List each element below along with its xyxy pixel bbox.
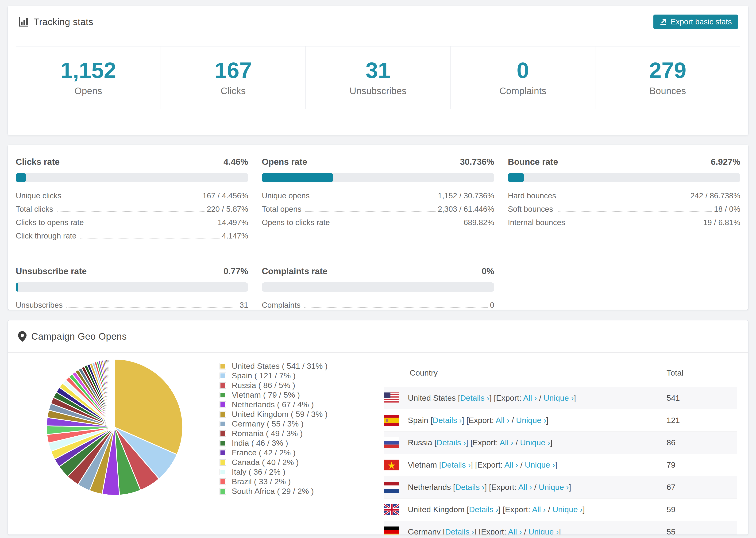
table-row: Vietnam [Details ›] [Export: All › / Uni… bbox=[384, 454, 737, 476]
geo-title: Campaign Geo Opens bbox=[31, 331, 127, 342]
page-title: Tracking stats bbox=[33, 17, 93, 27]
rate-title: Opens rate bbox=[262, 157, 307, 167]
legend-item: India ( 46 / 3% ) bbox=[220, 438, 337, 448]
legend-swatch bbox=[220, 478, 226, 485]
export-all-link[interactable]: All › bbox=[508, 527, 522, 535]
progress-bar-fill bbox=[16, 282, 18, 292]
export-all-link[interactable]: All › bbox=[532, 505, 546, 514]
rate-block-header: Unsubscribe rate0.77% bbox=[16, 266, 248, 276]
export-unique-link[interactable]: Unique › bbox=[544, 394, 574, 402]
flag-vn-icon bbox=[384, 459, 399, 470]
rate-block-header: Opens rate30.736% bbox=[262, 157, 494, 167]
rate-item-label: Clicks to opens rate bbox=[16, 218, 84, 227]
geo-legend: United States ( 541 / 31% )Spain ( 121 /… bbox=[220, 361, 337, 496]
legend-label: Spain ( 121 / 7% ) bbox=[232, 371, 296, 380]
stat-label: Bounces bbox=[649, 86, 686, 96]
rate-items: Hard bounces242 / 86.738%Soft bounces18 … bbox=[508, 191, 740, 232]
export-all-link[interactable]: All › bbox=[496, 416, 510, 425]
legend-item: Germany ( 55 / 3% ) bbox=[220, 419, 337, 429]
export-unique-link[interactable]: Unique › bbox=[528, 527, 559, 535]
rate-title: Clicks rate bbox=[16, 157, 60, 167]
dotted-leader bbox=[65, 198, 200, 198]
dotted-leader bbox=[313, 198, 436, 198]
rate-item-value: 0 bbox=[490, 301, 494, 310]
geo-content: United States ( 541 / 31% )Spain ( 121 /… bbox=[8, 353, 748, 535]
rate-item-label: Hard bounces bbox=[508, 191, 556, 200]
legend-swatch bbox=[220, 469, 226, 475]
stat-value: 0 bbox=[517, 59, 529, 81]
legend-swatch bbox=[220, 382, 226, 389]
legend-swatch bbox=[220, 363, 226, 369]
details-link[interactable]: Details › bbox=[455, 483, 485, 492]
tracking-stats-header: Tracking stats Export basic stats bbox=[8, 6, 748, 38]
legend-label: United Kingdom ( 59 / 3% ) bbox=[232, 409, 328, 419]
rate-value: 4.46% bbox=[224, 157, 248, 167]
dotted-leader bbox=[557, 211, 712, 212]
rate-block: Clicks rate4.46%Unique clicks167 / 4.456… bbox=[16, 157, 248, 245]
total-cell: 67 bbox=[667, 476, 737, 498]
rate-block-header: Bounce rate6.927% bbox=[508, 157, 740, 167]
dotted-leader bbox=[80, 238, 220, 239]
export-all-link[interactable]: All › bbox=[518, 483, 532, 492]
country-cell: Russia [Details ›] [Export: All › / Uniq… bbox=[384, 431, 667, 454]
export-unique-link[interactable]: Unique › bbox=[525, 460, 555, 469]
rate-block: Opens rate30.736%Unique opens1,152 / 30.… bbox=[262, 157, 494, 245]
details-link[interactable]: Details › bbox=[437, 438, 466, 447]
export-unique-link[interactable]: Unique › bbox=[520, 438, 550, 447]
stat-label: Unsubscribes bbox=[350, 86, 406, 96]
geo-pie-chart[interactable] bbox=[45, 358, 184, 497]
rate-value: 0% bbox=[482, 266, 494, 276]
rate-block-header: Clicks rate4.46% bbox=[16, 157, 248, 167]
dotted-leader bbox=[334, 225, 461, 225]
flag-gb-icon bbox=[384, 504, 399, 515]
details-link[interactable]: Details › bbox=[460, 394, 490, 402]
rate-block-header: Complaints rate0% bbox=[262, 266, 494, 276]
export-unique-link[interactable]: Unique › bbox=[539, 483, 569, 492]
export-all-link[interactable]: All › bbox=[504, 460, 518, 469]
export-basic-stats-button[interactable]: Export basic stats bbox=[653, 15, 738, 29]
legend-item: Vietnam ( 79 / 5% ) bbox=[220, 390, 337, 400]
tracking-stats-card: Tracking stats Export basic stats 1,152O… bbox=[8, 6, 748, 135]
column-header-country: Country bbox=[384, 353, 667, 387]
details-link[interactable]: Details › bbox=[433, 416, 462, 425]
rate-item-label: Unsubscribes bbox=[16, 301, 63, 310]
legend-label: Romania ( 49 / 3% ) bbox=[232, 429, 303, 438]
legend-item: Russia ( 86 / 5% ) bbox=[220, 381, 337, 390]
details-link[interactable]: Details › bbox=[445, 527, 474, 535]
rate-items: Unsubscribes31 bbox=[16, 301, 248, 310]
stat-label: Clicks bbox=[221, 86, 246, 96]
details-link[interactable]: Details › bbox=[469, 505, 499, 514]
rate-item: Unique opens1,152 / 30.736% bbox=[262, 191, 494, 205]
rate-item: Total clicks220 / 5.87% bbox=[16, 205, 248, 218]
total-cell: 55 bbox=[667, 521, 737, 535]
map-pin-icon bbox=[18, 331, 27, 342]
country-cell-inner: Spain [Details ›] [Export: All › / Uniqu… bbox=[384, 415, 667, 426]
details-link[interactable]: Details › bbox=[441, 460, 471, 469]
export-all-link[interactable]: All › bbox=[500, 438, 513, 447]
geo-table-wrap: Country Total United States [Details ›] … bbox=[384, 353, 737, 535]
table-row: United Kingdom [Details ›] [Export: All … bbox=[384, 498, 737, 521]
rate-item-value: 167 / 4.456% bbox=[203, 191, 248, 200]
geo-table-header-row: Country Total bbox=[384, 353, 737, 387]
total-cell: 86 bbox=[667, 431, 737, 454]
pie-slice-other[interactable] bbox=[114, 359, 115, 427]
rate-value: 30.736% bbox=[460, 157, 494, 167]
stat-label: Opens bbox=[75, 86, 102, 96]
progress-bar bbox=[16, 282, 248, 292]
rate-item: Internal bounces19 / 6.81% bbox=[508, 218, 740, 232]
legend-label: United States ( 541 / 31% ) bbox=[232, 361, 328, 371]
geo-table-body: United States [Details ›] [Export: All ›… bbox=[384, 387, 737, 535]
export-all-link[interactable]: All › bbox=[523, 394, 537, 402]
geo-table: Country Total United States [Details ›] … bbox=[384, 353, 737, 535]
geo-pie-block bbox=[8, 358, 184, 497]
legend-swatch bbox=[220, 459, 226, 466]
export-unique-link[interactable]: Unique › bbox=[553, 505, 583, 514]
legend-label: India ( 46 / 3% ) bbox=[232, 439, 288, 448]
legend-swatch bbox=[220, 450, 226, 456]
export-unique-link[interactable]: Unique › bbox=[516, 416, 546, 425]
stat-card: 167Clicks bbox=[161, 46, 306, 109]
legend-item: Spain ( 121 / 7% ) bbox=[220, 371, 337, 381]
rate-item: Unique clicks167 / 4.456% bbox=[16, 191, 248, 205]
legend-item: United Kingdom ( 59 / 3% ) bbox=[220, 409, 337, 419]
legend-swatch bbox=[220, 430, 226, 437]
